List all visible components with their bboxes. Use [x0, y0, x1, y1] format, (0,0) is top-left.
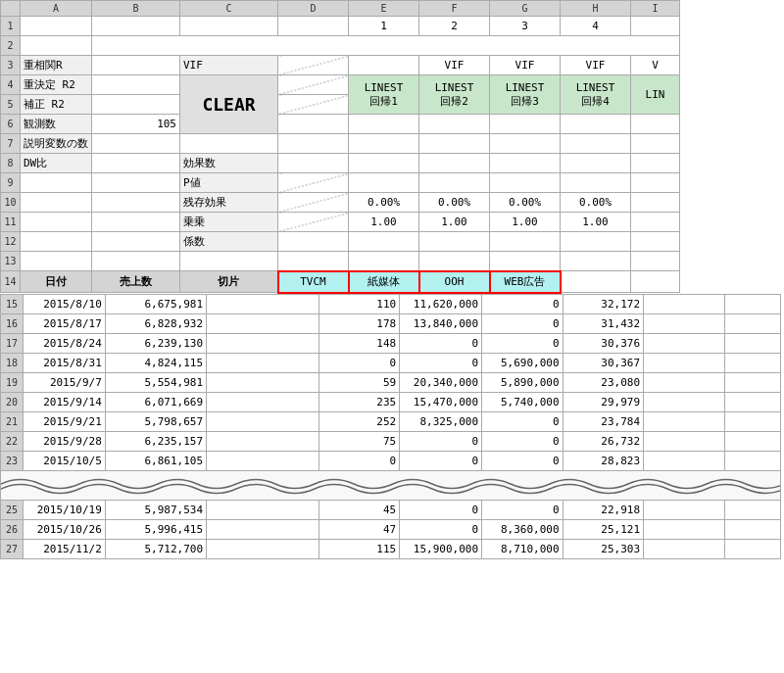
rownum-14: 14	[1, 271, 21, 293]
cell-shinbun: 15,900,000	[400, 539, 482, 558]
r7-f	[419, 134, 490, 154]
cell-web: 23,080	[563, 372, 644, 392]
r7-a: 説明変数の数	[21, 134, 92, 154]
r10-b	[92, 193, 180, 213]
cell-extra2	[724, 372, 780, 392]
cell-tvcm: 178	[318, 313, 400, 333]
rownum-18: 18	[1, 353, 24, 372]
cell-ooh: 0	[482, 411, 564, 431]
cell-sales: 5,987,534	[105, 500, 206, 519]
cell-shinbun: 11,620,000	[400, 294, 482, 313]
cell-ooh: 0	[482, 313, 564, 333]
r11-b	[92, 213, 180, 232]
r1-c	[180, 17, 278, 36]
rownum-23: 23	[1, 451, 24, 470]
cell-sales: 5,712,700	[105, 539, 206, 558]
r3-h: VIF	[561, 56, 631, 75]
r2-a	[21, 36, 92, 56]
table-row: 23 2015/10/5 6,861,105 0 0 0 28,823	[1, 451, 781, 470]
cell-web: 25,121	[563, 519, 644, 539]
r13-b	[92, 252, 180, 271]
table-row: 22 2015/9/28 6,235,157 75 0 0 26,732	[1, 431, 781, 451]
r9-f	[419, 173, 490, 193]
r7-c	[180, 134, 278, 154]
r11-h: 1.00	[561, 213, 631, 232]
column-header-row: A B C D E F G H I	[1, 1, 680, 17]
cell-intercept	[207, 539, 319, 558]
r14-i	[631, 271, 680, 293]
rownum-21: 21	[1, 411, 24, 431]
cell-sales: 6,071,669	[105, 392, 206, 411]
cell-tvcm: 47	[318, 519, 400, 539]
r10-h: 0.00%	[561, 193, 631, 213]
r10-i	[631, 193, 680, 213]
cell-ooh: 5,690,000	[482, 353, 564, 372]
r7-e	[349, 134, 419, 154]
r7-b	[92, 134, 180, 154]
rownum-8: 8	[1, 154, 21, 173]
col-intercept-header: 切片	[180, 271, 278, 293]
r8-g	[490, 154, 561, 173]
cell-extra2	[724, 333, 780, 353]
cell-extra	[644, 431, 725, 451]
cell-extra	[644, 500, 725, 519]
rownum-9: 9	[1, 173, 21, 193]
cell-extra2	[724, 500, 780, 519]
r8-e	[349, 154, 419, 173]
cell-web: 22,918	[563, 500, 644, 519]
cell-shinbun: 0	[400, 500, 482, 519]
cell-ooh: 0	[482, 431, 564, 451]
col-g-header: G	[490, 1, 561, 17]
cell-sales: 6,239,130	[105, 333, 206, 353]
cell-extra2	[724, 353, 780, 372]
cell-date: 2015/8/10	[23, 294, 105, 313]
r4-d	[278, 75, 349, 95]
cell-ooh: 8,710,000	[482, 539, 564, 558]
cell-tvcm: 45	[318, 500, 400, 519]
clear-button[interactable]: CLEAR	[180, 75, 278, 134]
r4-h: LINEST 回帰4	[561, 75, 631, 115]
r9-d	[278, 173, 349, 193]
cell-web: 30,367	[563, 353, 644, 372]
col-b-header: B	[92, 1, 180, 17]
cell-date: 2015/10/26	[23, 519, 105, 539]
col-ooh-header: OOH	[419, 271, 490, 293]
rownum-27: 27	[1, 539, 24, 558]
r12-g	[490, 232, 561, 252]
r1-g: 3	[490, 17, 561, 36]
cell-extra2	[724, 313, 780, 333]
r5-d	[278, 95, 349, 115]
row-12: 12 係数	[1, 232, 680, 252]
cell-extra	[644, 294, 725, 313]
r12-h	[561, 232, 631, 252]
cell-date: 2015/10/19	[23, 500, 105, 519]
col-c-header: C	[180, 1, 278, 17]
cell-sales: 5,554,981	[105, 372, 206, 392]
r2-rest	[92, 36, 680, 56]
cell-shinbun: 15,470,000	[400, 392, 482, 411]
r12-c: 係数	[180, 232, 278, 252]
table-row: 15 2015/8/10 6,675,981 110 11,620,000 0 …	[1, 294, 781, 313]
r13-i	[631, 252, 680, 271]
row-4: 4 重決定 R2 CLEAR LINEST 回帰1 LINEST 回帰2 LIN…	[1, 75, 680, 95]
col-e-header: E	[349, 1, 419, 17]
col-f-header: F	[419, 1, 490, 17]
r13-g	[490, 252, 561, 271]
cell-intercept	[207, 431, 319, 451]
r11-c: 乗乗	[180, 213, 278, 232]
rownum-10: 10	[1, 193, 21, 213]
r1-i	[631, 17, 680, 36]
r7-d	[278, 134, 349, 154]
r12-e	[349, 232, 419, 252]
cell-tvcm: 252	[318, 411, 400, 431]
cell-tvcm: 235	[318, 392, 400, 411]
cell-date: 2015/8/24	[23, 333, 105, 353]
cell-ooh: 0	[482, 294, 564, 313]
cell-extra	[644, 353, 725, 372]
cell-extra	[644, 372, 725, 392]
cell-sales: 5,798,657	[105, 411, 206, 431]
row-11: 11 乗乗 1.00 1.00 1.00 1.00	[1, 213, 680, 232]
cell-extra	[644, 392, 725, 411]
cell-intercept	[207, 294, 319, 313]
row-1: 1 1 2 3 4	[1, 17, 680, 36]
